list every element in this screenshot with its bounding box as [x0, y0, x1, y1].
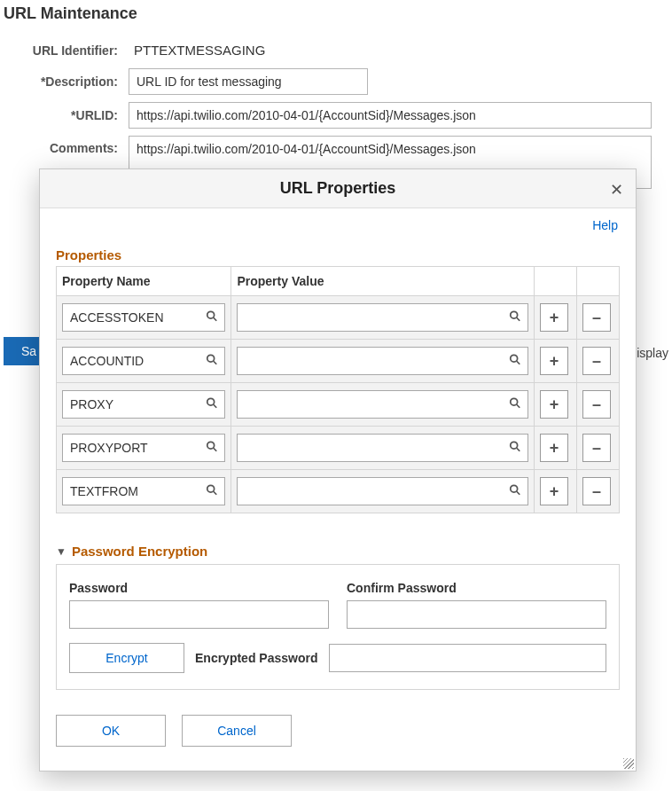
- label-confirm-password: Confirm Password: [347, 581, 606, 595]
- remove-row-button[interactable]: –: [582, 477, 611, 505]
- modal-title: URL Properties: [280, 179, 396, 198]
- svg-line-19: [517, 491, 520, 495]
- search-icon[interactable]: [509, 441, 521, 456]
- table-row: +–: [57, 383, 620, 427]
- encryption-box: Password Confirm Password Encrypt Encryp…: [56, 564, 620, 690]
- svg-point-14: [511, 442, 518, 449]
- url-properties-modal: URL Properties ✕ Help Properties Propert…: [39, 168, 637, 771]
- property-name-input[interactable]: [62, 477, 225, 505]
- svg-point-8: [207, 398, 215, 405]
- property-name-input[interactable]: [62, 303, 225, 332]
- add-row-button[interactable]: +: [540, 434, 568, 462]
- svg-point-2: [511, 311, 518, 318]
- col-header-name: Property Name: [57, 267, 231, 296]
- svg-line-17: [214, 491, 217, 495]
- encrypt-button[interactable]: Encrypt: [69, 643, 184, 673]
- search-icon[interactable]: [509, 310, 521, 325]
- label-password: Password: [69, 581, 329, 595]
- property-value-input[interactable]: [237, 477, 528, 505]
- svg-point-6: [511, 355, 518, 362]
- resize-handle[interactable]: [623, 758, 634, 769]
- properties-table: Property Name Property Value +–+–+–+–+–: [56, 266, 620, 513]
- table-row: +–: [57, 470, 620, 513]
- search-icon[interactable]: [206, 397, 218, 412]
- svg-point-18: [511, 485, 518, 492]
- property-value-input[interactable]: [237, 303, 528, 332]
- svg-point-16: [207, 485, 215, 492]
- svg-line-5: [214, 361, 217, 364]
- label-encrypted-password: Encrypted Password: [195, 651, 318, 665]
- encrypted-password-input[interactable]: [329, 644, 607, 672]
- table-row: +–: [57, 296, 620, 340]
- svg-line-9: [214, 404, 217, 408]
- search-icon[interactable]: [206, 441, 218, 456]
- search-icon[interactable]: [206, 484, 218, 499]
- property-value-input[interactable]: [237, 347, 528, 375]
- remove-row-button[interactable]: –: [582, 303, 611, 332]
- help-link[interactable]: Help: [592, 218, 618, 232]
- svg-line-13: [214, 448, 217, 451]
- property-name-input[interactable]: [62, 390, 225, 419]
- password-input[interactable]: [69, 600, 329, 629]
- svg-point-12: [207, 442, 215, 449]
- add-row-button[interactable]: +: [540, 390, 568, 419]
- add-row-button[interactable]: +: [540, 347, 568, 375]
- add-row-button[interactable]: +: [540, 477, 568, 505]
- remove-row-button[interactable]: –: [582, 390, 611, 419]
- svg-line-11: [517, 404, 520, 408]
- svg-point-0: [207, 311, 215, 318]
- encryption-header: Password Encryption: [72, 544, 207, 559]
- search-icon[interactable]: [206, 310, 218, 325]
- svg-line-7: [517, 361, 520, 364]
- confirm-password-input[interactable]: [347, 600, 606, 629]
- svg-point-10: [511, 398, 518, 405]
- property-name-input[interactable]: [62, 347, 225, 375]
- properties-header: Properties: [56, 247, 620, 262]
- property-value-input[interactable]: [237, 390, 528, 419]
- search-icon[interactable]: [509, 397, 521, 412]
- col-header-add: [534, 267, 576, 296]
- cancel-button[interactable]: Cancel: [182, 715, 292, 747]
- svg-line-3: [517, 317, 520, 321]
- col-header-value: Property Value: [231, 267, 535, 296]
- add-row-button[interactable]: +: [540, 303, 568, 332]
- svg-point-4: [207, 355, 215, 362]
- svg-line-15: [517, 448, 520, 451]
- close-icon[interactable]: ✕: [610, 180, 623, 200]
- ok-button[interactable]: OK: [56, 715, 166, 747]
- property-name-input[interactable]: [62, 434, 225, 462]
- search-icon[interactable]: [206, 354, 218, 369]
- svg-line-1: [214, 317, 217, 321]
- search-icon[interactable]: [509, 484, 521, 499]
- table-row: +–: [57, 427, 620, 470]
- remove-row-button[interactable]: –: [582, 347, 611, 375]
- search-icon[interactable]: [509, 354, 521, 369]
- property-value-input[interactable]: [237, 434, 528, 462]
- remove-row-button[interactable]: –: [582, 434, 611, 462]
- chevron-down-icon[interactable]: ▼: [56, 545, 66, 558]
- table-row: +–: [57, 340, 620, 383]
- col-header-remove: [576, 267, 619, 296]
